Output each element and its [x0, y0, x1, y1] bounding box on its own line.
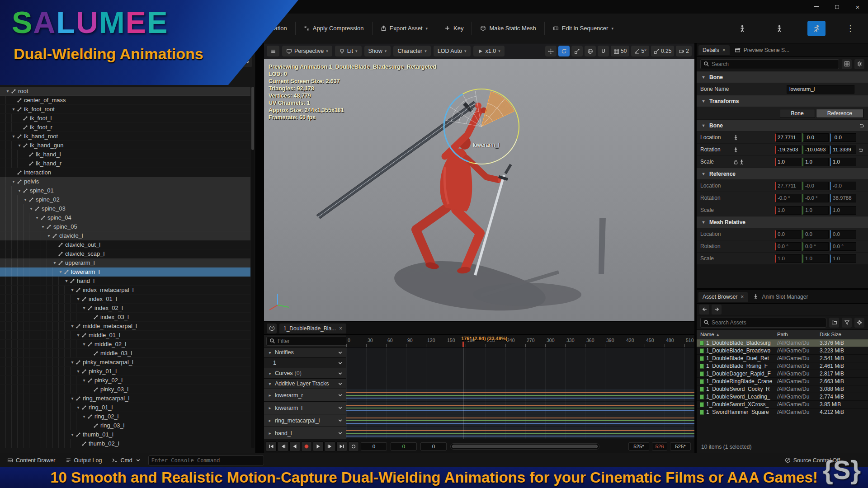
- details-settings-button[interactable]: [854, 59, 864, 69]
- details-search-input[interactable]: [712, 61, 836, 67]
- step-forward-button[interactable]: [325, 441, 335, 451]
- viewport-pill-lod-auto[interactable]: LOD Auto▾: [434, 46, 471, 56]
- content-drawer-button[interactable]: Content Drawer: [5, 457, 58, 464]
- tree-expander-icon[interactable]: ▾: [16, 188, 23, 193]
- details-search-box[interactable]: [700, 59, 839, 69]
- tree-expander-icon[interactable]: ▾: [46, 233, 52, 238]
- column-name[interactable]: Name▲: [697, 332, 777, 337]
- bone-row-pinky_metacarpal_l[interactable]: ▾pinky_metacarpal_l: [0, 358, 250, 367]
- bone-row-pelvis[interactable]: ▾pelvis: [0, 177, 250, 186]
- chevron-down-icon[interactable]: [337, 430, 343, 436]
- bone-row-ik_foot_root[interactable]: ▾ik_foot_root: [0, 105, 250, 114]
- console-input[interactable]: [151, 457, 261, 464]
- tree-expander-icon[interactable]: ▾: [10, 179, 17, 184]
- tree-expander-icon[interactable]: ▾: [10, 107, 17, 112]
- viewport[interactable]: Perspective▾Lit▾Show▾Character▾LOD Auto▾…: [264, 43, 694, 321]
- timeline-track-notifies[interactable]: ▾Notifies: [264, 347, 346, 358]
- play-reverse-button[interactable]: [289, 441, 300, 451]
- tree-expander-icon[interactable]: ▾: [75, 333, 81, 338]
- viewport-tool-grid-5[interactable]: 50: [611, 46, 629, 56]
- viewport-tool-scale-2[interactable]: [571, 46, 583, 56]
- track-expander-icon[interactable]: ▸: [267, 405, 273, 410]
- bone-row-thumb_01_l[interactable]: ▾thumb_01_l: [0, 430, 250, 439]
- range-slider-thumb[interactable]: [452, 445, 598, 448]
- tab-preview-scene-settings[interactable]: Preview Scene S...: [731, 45, 793, 55]
- bone-row-middle_03_l[interactable]: middle_03_l: [0, 349, 250, 358]
- asset-row-1_DoubleBlade_Bladesurg[interactable]: 1_DoubleBlade_Bladesurg/All/Game/Du3.376…: [697, 339, 868, 347]
- bone-name-field[interactable]: lowerarm_l: [787, 85, 854, 94]
- section-expander-icon[interactable]: ▾: [700, 75, 707, 80]
- tree-expander-icon[interactable]: ▾: [75, 405, 81, 410]
- bone-row-clavicle_out_l[interactable]: clavicle_out_l: [0, 240, 250, 249]
- tree-expander-icon[interactable]: ▾: [16, 143, 23, 148]
- restore-button[interactable]: [826, 0, 847, 14]
- range-end-field[interactable]: 525*: [628, 442, 649, 450]
- viewport-menu-button[interactable]: [267, 46, 279, 56]
- viewport-tool-rotate-1[interactable]: [558, 46, 570, 56]
- track-expander-icon[interactable]: ▾: [267, 371, 273, 376]
- viewport-tool-angle-6[interactable]: 5°: [631, 46, 649, 56]
- playhead-marker[interactable]: [462, 342, 464, 347]
- track-expander-icon[interactable]: ▸: [267, 431, 273, 436]
- reset-icon[interactable]: [858, 147, 863, 153]
- tree-expander-icon[interactable]: ▾: [69, 432, 75, 437]
- scale-y-field[interactable]: 1.0: [802, 158, 829, 166]
- timeline-track-lowerarm_l[interactable]: ▸lowerarm_l: [264, 402, 346, 414]
- chevron-down-icon[interactable]: [337, 405, 343, 411]
- timeline-track-ring_metacarpal_l[interactable]: ▸ring_metacarpal_l: [264, 414, 346, 427]
- timeline-track-lowerarm_r[interactable]: ▸lowerarm_r: [264, 389, 346, 402]
- bone-row-ring_03_l[interactable]: ring_03_l: [0, 421, 250, 430]
- bone-row-root[interactable]: ▾root: [0, 87, 250, 96]
- bone-row-pinky_03_l[interactable]: pinky_03_l: [0, 385, 250, 394]
- close-icon[interactable]: ×: [741, 294, 744, 300]
- reset-icon[interactable]: [859, 122, 864, 128]
- bone-row-index_03_l[interactable]: index_03_l: [0, 313, 250, 322]
- viewport-tool-globe-3[interactable]: [585, 46, 596, 56]
- tree-expander-icon[interactable]: ▾: [34, 215, 40, 220]
- bone-row-interaction[interactable]: interaction: [0, 168, 250, 177]
- bone-row-pinky_01_l[interactable]: ▾pinky_01_l: [0, 367, 250, 376]
- viewport-pill-x1-0[interactable]: x1.0▾: [473, 46, 505, 56]
- bone-row-ik_foot_l[interactable]: ik_foot_l: [0, 114, 250, 123]
- bone-mode-button[interactable]: Bone: [780, 109, 815, 118]
- tree-expander-icon[interactable]: ▾: [69, 324, 75, 328]
- bone-row-pinky_02_l[interactable]: ▾pinky_02_l: [0, 376, 250, 385]
- bone-row-middle_metacarpal_l[interactable]: ▾middle_metacarpal_l: [0, 322, 250, 331]
- bone-row-ik_foot_r[interactable]: ik_foot_r: [0, 123, 250, 132]
- timeline-track-curves[interactable]: ▾Curves(0): [264, 368, 346, 379]
- tree-expander-icon[interactable]: ▾: [22, 197, 28, 202]
- asset-row-1_SwordHammer_Square[interactable]: 1_SwordHammer_Square/All/Game/Du4.212 Mi…: [697, 408, 868, 416]
- viewport-pill-lit[interactable]: Lit▾: [335, 46, 362, 56]
- tree-scrollbar[interactable]: [251, 87, 255, 448]
- section-expander-icon[interactable]: ▾: [700, 123, 707, 128]
- tree-expander-icon[interactable]: ▾: [69, 287, 75, 292]
- step-back-button[interactable]: [278, 441, 288, 451]
- asset-settings-button[interactable]: [854, 318, 864, 328]
- close-button[interactable]: ×: [847, 0, 868, 14]
- asset-folder-button[interactable]: [829, 318, 839, 328]
- tree-expander-icon[interactable]: ▾: [75, 369, 81, 374]
- back-button[interactable]: [699, 305, 709, 314]
- bone-row-hand_l[interactable]: ▾hand_l: [0, 277, 250, 286]
- range-slider[interactable]: [450, 443, 599, 450]
- bone-row-thumb_02_l[interactable]: thumb_02_l: [0, 439, 250, 448]
- play-button[interactable]: [313, 441, 324, 451]
- record-button[interactable]: [301, 441, 312, 451]
- tree-expander-icon[interactable]: ▾: [28, 206, 34, 211]
- total-frames-field[interactable]: 526: [652, 442, 667, 450]
- timeline-track-1[interactable]: 1: [264, 358, 346, 368]
- tab-asset-browser[interactable]: Asset Browser ×: [698, 292, 748, 302]
- current-frame-field[interactable]: 0: [391, 442, 417, 450]
- bone-row-spine_04[interactable]: ▾spine_04: [0, 213, 250, 222]
- chevron-down-icon[interactable]: [337, 392, 343, 398]
- mesh-mode-button[interactable]: [770, 21, 788, 36]
- tree-expander-icon[interactable]: ▾: [63, 278, 70, 283]
- timeline-track-area[interactable]: [346, 347, 694, 439]
- viewport-tool-move-0[interactable]: [545, 46, 557, 56]
- console-input-box[interactable]: [148, 455, 264, 465]
- bone-row-middle_01_l[interactable]: ▾middle_01_l: [0, 331, 250, 340]
- viewport-tool-camera-8[interactable]: 2: [676, 46, 692, 56]
- chevron-down-icon[interactable]: [337, 381, 343, 387]
- animation-mode-button[interactable]: [807, 21, 826, 36]
- asset-row-1_DoubleSword_Leading_[interactable]: 1_DoubleSword_Leading_/All/Game/Du2.774 …: [697, 393, 868, 401]
